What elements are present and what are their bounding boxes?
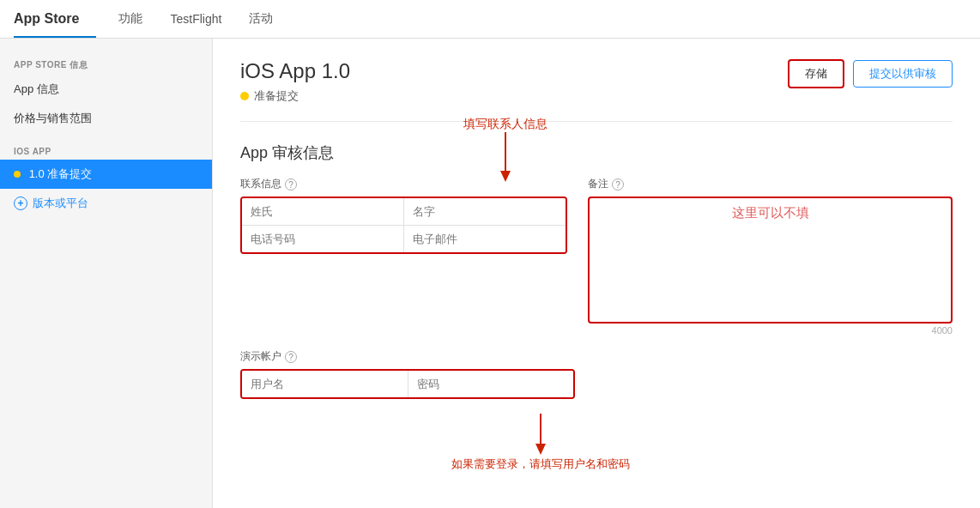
- sidebar-item-version-label: 1.0 准备提交: [29, 167, 93, 180]
- lastname-input[interactable]: [242, 198, 403, 225]
- password-input[interactable]: [408, 371, 574, 397]
- nav-item-testflight[interactable]: TestFlight: [170, 12, 221, 26]
- remarks-question-mark[interactable]: ?: [612, 178, 624, 190]
- sidebar-add-label: 版本或平台: [33, 196, 88, 211]
- demo-row-wrapper: 演示帐户 ? 如果需要登录，请填写用户名和密码: [240, 349, 953, 399]
- firstname-input[interactable]: [403, 198, 566, 225]
- remarks-label-text: 备注: [588, 177, 608, 191]
- remarks-count: 4000: [588, 325, 953, 336]
- save-button[interactable]: 存储: [788, 59, 844, 88]
- demo-question-mark[interactable]: ?: [285, 351, 297, 363]
- form-row-contact: 联系信息 ?: [240, 177, 953, 336]
- remarks-label: 备注 ?: [588, 177, 953, 191]
- contact-info-group: 联系信息 ?: [240, 177, 567, 336]
- remarks-textarea[interactable]: [588, 197, 953, 324]
- username-input[interactable]: [242, 371, 408, 397]
- sidebar-item-pricing-label: 价格与销售范围: [14, 112, 92, 124]
- main-layout: APP STORE 信息 App 信息 价格与销售范围 iOS APP 1.0 …: [0, 39, 980, 508]
- app-title: iOS App 1.0: [240, 59, 350, 83]
- header-buttons: 存储 提交以供审核: [788, 59, 953, 88]
- sidebar-item-version[interactable]: 1.0 准备提交: [0, 160, 212, 189]
- email-input[interactable]: [403, 226, 566, 252]
- add-circle-icon: +: [14, 197, 27, 210]
- demo-fields-box: [240, 369, 575, 399]
- nav-title[interactable]: App Store: [14, 11, 96, 27]
- contact-label-text: 联系信息: [240, 177, 281, 191]
- contact-label: 联系信息 ?: [240, 177, 567, 191]
- status-dot-yellow: [14, 171, 21, 178]
- review-section-wrapper: App 审核信息 填写联系人信息 联系信息 ?: [240, 142, 953, 485]
- top-nav: App Store 功能 TestFlight 活动: [0, 0, 980, 39]
- nav-item-activities[interactable]: 活动: [249, 11, 273, 27]
- sidebar: APP STORE 信息 App 信息 价格与销售范围 iOS APP 1.0 …: [0, 39, 213, 508]
- remarks-group: 备注 ? 4000: [588, 177, 953, 336]
- main-content: iOS App 1.0 准备提交 存储 提交以供审核 App 审核信息 填写联系…: [213, 39, 980, 508]
- sidebar-section-iosapp: iOS APP: [0, 133, 212, 160]
- status-dot: [240, 92, 249, 100]
- sidebar-item-appinfo[interactable]: App 信息: [0, 75, 212, 104]
- sidebar-section-appstore: APP STORE 信息: [0, 52, 212, 75]
- app-header: iOS App 1.0 准备提交 存储 提交以供审核: [240, 59, 953, 122]
- sidebar-add-version[interactable]: + 版本或平台: [0, 189, 212, 218]
- nav-item-features[interactable]: 功能: [118, 11, 142, 27]
- annotation-spacer: [240, 399, 953, 485]
- status-text: 准备提交: [254, 88, 299, 104]
- review-section-title: App 审核信息: [240, 142, 953, 163]
- demo-label-text: 演示帐户: [240, 349, 281, 364]
- contact-fields-bottom: [242, 226, 566, 252]
- sidebar-item-appinfo-label: App 信息: [14, 82, 59, 95]
- contact-fields-top: [242, 198, 566, 226]
- submit-button[interactable]: 提交以供审核: [853, 60, 953, 88]
- contact-fields-box: [240, 197, 567, 254]
- status-row: 准备提交: [240, 88, 350, 104]
- demo-label: 演示帐户 ?: [240, 349, 575, 364]
- contact-question-mark[interactable]: ?: [285, 178, 297, 190]
- sidebar-item-pricing[interactable]: 价格与销售范围: [0, 104, 212, 133]
- phone-input[interactable]: [242, 226, 403, 252]
- demo-account-group: 演示帐户 ?: [240, 349, 575, 399]
- app-info: iOS App 1.0 准备提交: [240, 59, 350, 104]
